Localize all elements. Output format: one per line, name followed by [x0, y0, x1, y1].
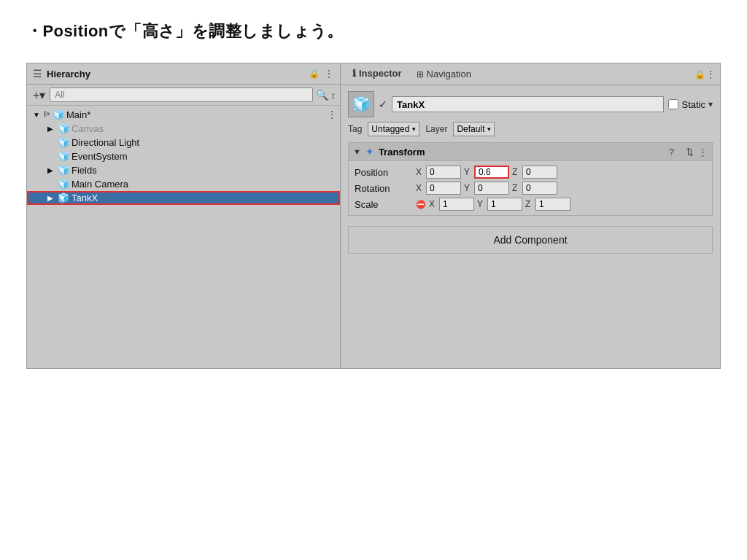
hierarchy-item-fields[interactable]: ▶ 🧊 Fields — [27, 163, 340, 177]
layer-dropdown[interactable]: Default ▾ — [453, 122, 495, 136]
hierarchy-header: ☰ Hierarchy 🔒 ⋮ — [27, 63, 340, 85]
mc-object-icon: 🧊 — [58, 179, 69, 190]
hierarchy-lock-icon: 🔒 — [309, 69, 320, 79]
hierarchy-more-icon[interactable]: ⋮ — [324, 68, 334, 79]
static-row: Static ▾ — [668, 99, 713, 110]
transform-help-icon[interactable]: ? — [669, 147, 674, 158]
canvas-arrow-icon: ▶ — [47, 125, 58, 133]
navigation-grid-icon: ⊞ — [417, 69, 424, 79]
canvas-object-icon: 🧊 — [58, 123, 69, 134]
transform-title: Transform — [379, 147, 665, 158]
rotation-z-label: Z — [512, 183, 521, 193]
hierarchy-search-input[interactable] — [50, 88, 312, 102]
scale-y-label: Y — [477, 199, 486, 209]
main-arrow-icon: ▼ — [33, 111, 43, 119]
position-y-input[interactable] — [474, 166, 509, 179]
tab-inspector[interactable]: ℹ Inspector — [345, 63, 409, 85]
rotation-z-group: Z — [512, 182, 557, 195]
es-item-label: EventSystem — [71, 151, 128, 162]
main-item-more-icon[interactable]: ⋮ — [327, 109, 337, 120]
transform-more-icon[interactable]: ⋮ — [698, 147, 708, 158]
rotation-z-input[interactable] — [522, 182, 557, 195]
rotation-label: Rotation — [355, 183, 413, 194]
position-z-label: Z — [512, 167, 521, 177]
hierarchy-title: Hierarchy — [47, 69, 304, 79]
rotation-x-group: X — [416, 182, 461, 195]
scale-label: Scale — [355, 199, 413, 210]
transform-settings-icon[interactable]: ⇅ — [686, 147, 694, 158]
transform-arrow-icon: ▼ — [353, 147, 361, 156]
scale-y-input[interactable] — [487, 198, 522, 211]
es-object-icon: 🧊 — [58, 151, 69, 162]
object-name-row: 🧊 ✓ Static ▾ — [348, 91, 713, 117]
rotation-x-input[interactable] — [426, 182, 461, 195]
fields-item-label: Fields — [71, 165, 97, 176]
fields-arrow-icon: ▶ — [47, 166, 58, 174]
fields-object-icon: 🧊 — [58, 165, 69, 176]
scale-z-label: Z — [525, 199, 534, 209]
layer-dropdown-arrow: ▾ — [487, 125, 491, 133]
position-inputs: X Y Z — [416, 166, 706, 179]
layer-label: Layer — [425, 124, 447, 134]
rotation-inputs: X Y Z — [416, 182, 706, 195]
transform-component: ▼ ✦ Transform ? ⇅ ⋮ Position X — [348, 142, 713, 216]
object-name-input[interactable] — [392, 96, 664, 112]
rotation-x-label: X — [416, 183, 425, 193]
hierarchy-item-main[interactable]: ▼ 🏳 🧊 Main* ⋮ — [27, 107, 340, 122]
inspector-content: 🧊 ✓ Static ▾ Tag Untagged ▾ Layer — [341, 85, 720, 368]
inspector-more-icon[interactable]: ⋮ — [705, 69, 716, 80]
position-x-input[interactable] — [426, 166, 461, 179]
tankx-object-icon: 🧊 — [58, 192, 69, 203]
static-label: Static — [681, 99, 705, 110]
rotation-y-label: Y — [464, 183, 473, 193]
scale-z-input[interactable] — [535, 198, 570, 211]
hierarchy-item-canvas[interactable]: ▶ 🧊 Canvas — [27, 122, 340, 136]
tag-dropdown[interactable]: Untagged ▾ — [368, 122, 419, 136]
position-y-label: Y — [464, 167, 473, 177]
position-y-group: Y — [464, 166, 509, 179]
add-button[interactable]: +▾ — [31, 88, 47, 102]
object-enabled-check[interactable]: ✓ — [379, 98, 387, 110]
scale-link-icon: ⛔ — [416, 200, 426, 209]
add-component-button[interactable]: Add Component — [348, 226, 713, 254]
position-x-label: X — [416, 167, 425, 177]
hierarchy-item-tankx[interactable]: ▶ 🧊 TankX — [27, 191, 340, 205]
search-icon: 🔍 — [316, 89, 328, 101]
inspector-lock-icon: 🔒 — [694, 69, 705, 79]
layer-value: Default — [457, 124, 484, 134]
hierarchy-item-main-camera[interactable]: 🧊 Main Camera — [27, 177, 340, 191]
inspector-info-icon: ℹ — [352, 68, 356, 79]
static-checkbox[interactable] — [668, 99, 678, 109]
scale-x-input[interactable] — [439, 198, 474, 211]
hierarchy-item-directional-light[interactable]: 🧊 Directional Light — [27, 136, 340, 149]
inspector-tabs: ℹ Inspector ⊞ Navigation 🔒 ⋮ — [341, 63, 720, 85]
rotation-y-input[interactable] — [474, 182, 509, 195]
canvas-item-label: Canvas — [71, 123, 104, 134]
rotation-y-group: Y — [464, 182, 509, 195]
transform-header[interactable]: ▼ ✦ Transform ? ⇅ ⋮ — [349, 143, 712, 161]
hierarchy-item-eventsystem[interactable]: 🧊 EventSystem — [27, 149, 340, 163]
tag-layer-row: Tag Untagged ▾ Layer Default ▾ — [348, 122, 713, 136]
position-z-group: Z — [512, 166, 557, 179]
scale-z-group: Z — [525, 198, 570, 211]
unity-editor: ☰ Hierarchy 🔒 ⋮ +▾ 🔍 ↕ ▼ 🏳 🧊 Main* ⋮ — [26, 63, 721, 369]
object-preview-icon: 🧊 — [348, 91, 374, 117]
scale-inputs: ⛔ X Y Z — [416, 198, 706, 211]
hierarchy-toolbar: +▾ 🔍 ↕ — [27, 85, 340, 106]
scale-x-label: X — [429, 199, 438, 209]
tag-label: Tag — [348, 124, 362, 134]
hierarchy-list-icon: ☰ — [33, 68, 42, 79]
static-dropdown-arrow[interactable]: ▾ — [708, 99, 713, 109]
dl-item-label: Directional Light — [71, 137, 139, 148]
transform-fields: Position X Y Z — [349, 161, 712, 215]
scale-y-group: Y — [477, 198, 522, 211]
inspector-panel: ℹ Inspector ⊞ Navigation 🔒 ⋮ 🧊 ✓ — [341, 63, 720, 368]
dl-object-icon: 🧊 — [58, 137, 69, 148]
tag-dropdown-arrow: ▾ — [412, 125, 416, 133]
tab-navigation[interactable]: ⊞ Navigation — [409, 64, 479, 84]
page-title: ・Positionで「高さ」を調整しましょう。 — [0, 0, 747, 55]
position-z-input[interactable] — [522, 166, 557, 179]
transform-axes-icon: ✦ — [365, 146, 374, 158]
sort-icon[interactable]: ↕ — [331, 90, 336, 101]
main-item-label: Main* — [66, 109, 90, 120]
